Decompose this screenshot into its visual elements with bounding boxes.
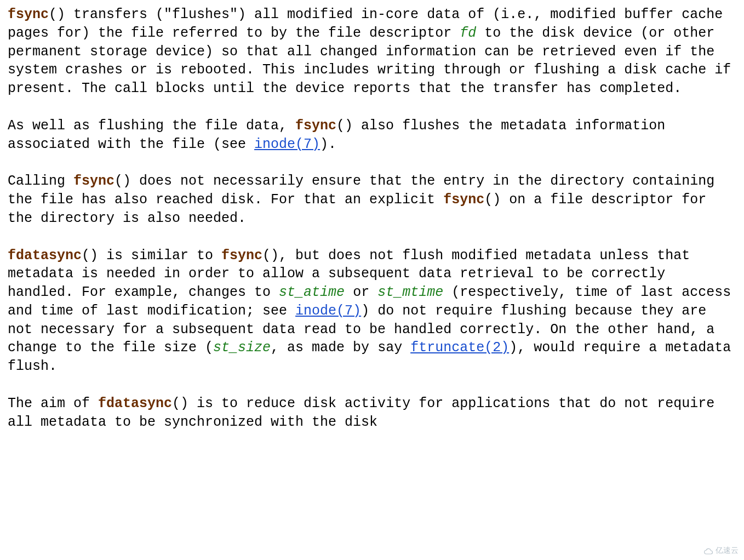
text: , as made by say bbox=[271, 340, 410, 356]
text: The aim of bbox=[8, 396, 98, 412]
arg-st-mtime: st_mtime bbox=[377, 284, 443, 300]
manpage-paragraph-4: fdatasync() is similar to fsync(), but d… bbox=[8, 247, 736, 376]
func-fsync: fsync bbox=[221, 248, 262, 264]
text: ). bbox=[320, 136, 336, 152]
func-fsync: fsync bbox=[443, 192, 484, 208]
manpage-paragraph-1: fsync() transfers ("flushes") all modifi… bbox=[8, 5, 736, 98]
text: () is similar to bbox=[82, 248, 221, 264]
arg-fd: fd bbox=[460, 25, 476, 41]
func-fdatasync: fdatasync bbox=[8, 248, 82, 264]
func-fsync: fsync bbox=[73, 173, 115, 189]
text: As well as flushing the file data, bbox=[8, 118, 295, 134]
func-fdatasync: fdatasync bbox=[98, 396, 172, 412]
link-ftruncate-2[interactable]: ftruncate(2) bbox=[410, 340, 509, 356]
manpage-paragraph-3: Calling fsync() does not necessarily ens… bbox=[8, 172, 736, 227]
manpage-paragraph-2: As well as flushing the file data, fsync… bbox=[8, 117, 736, 154]
text: or bbox=[345, 284, 377, 300]
func-fsync: fsync bbox=[295, 118, 336, 134]
manpage-paragraph-5: The aim of fdatasync() is to reduce disk… bbox=[8, 395, 736, 432]
func-fsync: fsync bbox=[8, 7, 49, 22]
arg-st-atime: st_atime bbox=[279, 284, 345, 300]
link-inode-7[interactable]: inode(7) bbox=[295, 303, 361, 319]
text: Calling bbox=[8, 173, 73, 189]
link-inode-7[interactable]: inode(7) bbox=[254, 136, 320, 152]
arg-st-size: st_size bbox=[213, 340, 271, 356]
